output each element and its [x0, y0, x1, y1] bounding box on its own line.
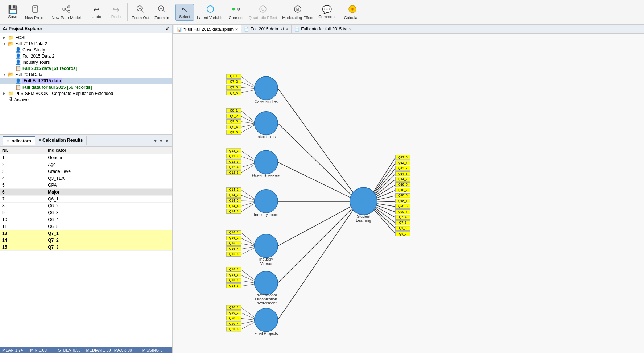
zoom-out-button[interactable]: Zoom Out [129, 3, 152, 21]
table-row[interactable]: 5GPA [0, 182, 172, 189]
expand-icon[interactable]: ⤢ [166, 26, 169, 31]
cell-indicator-name: Q7_1 [46, 230, 172, 237]
table-row[interactable]: 11Q6_5 [0, 223, 172, 230]
ind-q91-label: Q9_1 [230, 109, 238, 112]
table-row[interactable]: 9Q6_3 [0, 209, 172, 216]
tree-item-full-data-fall[interactable]: 📋 Full data for fall 2015 [66 records] [0, 84, 172, 90]
ind-q124-label: Q12_4 [229, 165, 239, 169]
ind-q184-label: Q18_4 [229, 278, 239, 282]
table-row[interactable]: 1Gender [0, 154, 172, 161]
file-tab-fullfall2015txt[interactable]: 📄 Full data for fall 2015.txt ✕ [292, 25, 355, 33]
table-row[interactable]: 7Q6_1 [0, 196, 172, 203]
tree-item-fall2015data2[interactable]: ▼ 📂 Fall 2015 Data 2 [0, 41, 172, 47]
latent-variable-button[interactable]: Latent Variable [195, 3, 226, 21]
table-row[interactable]: 2Age [0, 161, 172, 168]
arrow-q161 [241, 233, 255, 244]
ind-q71-label: Q7_1 [230, 74, 238, 78]
connect-icon [232, 5, 240, 15]
folder-icon2: 📁 [8, 91, 14, 96]
path-guest-speakers [278, 162, 354, 199]
sep1 [85, 3, 85, 21]
label-final-projects: Final Projects [254, 331, 278, 336]
arrow-q96 [241, 125, 255, 132]
filter-icon1[interactable]: ▼ [153, 138, 158, 144]
calculate-button[interactable]: Calculate [342, 3, 363, 21]
table-row[interactable]: 10Q6_4 [0, 216, 172, 223]
new-project-button[interactable]: New Project [23, 3, 49, 21]
project-explorer: 🗂 Project Explorer ⤢ ▶ 📁 ECSI ▼ 📂 [0, 25, 172, 135]
path-model-canvas[interactable]: Q7_1 Q7_2 Q7_3 Q7_5 Q9_1 Q9_2 [173, 34, 644, 353]
zoom-in-button[interactable]: Zoom In [152, 3, 171, 21]
ind-q201-label: Q20_1 [229, 306, 239, 309]
tab-calc-results[interactable]: ≡ Calculation Results [35, 136, 87, 145]
expand-fall2015[interactable]: ▼ [3, 42, 8, 46]
file-tab-splsm[interactable]: 📊 *Full Fall 2015 data.splsm ✕ [174, 25, 241, 33]
table-row[interactable]: 6Major [0, 189, 172, 196]
expand-fall2015data[interactable]: ▼ [3, 72, 8, 76]
table-row[interactable]: 15Q7_3 [0, 244, 172, 251]
filter-icon2[interactable]: ▼ [158, 138, 164, 144]
tree-item-case-study[interactable]: 👤 Case Study [0, 47, 172, 53]
quadratic-effect-button[interactable]: Q Quadratic Effect [246, 3, 279, 21]
tree-item-ecsi[interactable]: ▶ 📁 ECSI [0, 34, 172, 41]
file-tab-fall2015txt[interactable]: 📄 Fall 2015 data.txt ✕ [241, 25, 292, 33]
fall2015data2b-label: Fall 2015 Data 2 [22, 54, 54, 59]
splsm-close[interactable]: ✕ [235, 28, 238, 32]
construct-guest-speakers[interactable] [255, 150, 278, 174]
construct-internships[interactable] [255, 112, 278, 135]
construct-industry-videos[interactable] [255, 234, 278, 257]
sep4 [340, 3, 340, 21]
ind-q75-label: Q7_5 [230, 91, 238, 95]
arrow-q75 [241, 90, 255, 93]
fullfall2015txt-close[interactable]: ✕ [349, 27, 352, 31]
stdev-value: 0.96 [73, 348, 80, 352]
canvas-area[interactable]: Q7_1 Q7_2 Q7_3 Q7_5 Q9_1 Q9_2 [173, 34, 644, 353]
construct-case-studies[interactable] [255, 76, 278, 100]
table-row[interactable]: 13Q7_1 [0, 230, 172, 237]
stats-bar: MEAN 1.74 MIN 1.00 STDEV 0.96 MEDIAN 1.0… [0, 347, 172, 353]
tree-item-full-fall-2015[interactable]: 👤 Full Fall 2015 data [0, 78, 172, 84]
tree-item-fall2015data[interactable]: ▼ 📂 Fall 2015Data [0, 71, 172, 78]
construct-industry-tours[interactable] [255, 190, 278, 213]
ecsi-label: ECSI [15, 35, 25, 40]
construct-student-learning[interactable] [350, 187, 377, 215]
redo-button[interactable]: ↪ Redo [107, 4, 125, 20]
moderating-effect-button[interactable]: M Moderating Effect [280, 3, 315, 21]
calc-tab-icon: ≡ [39, 138, 41, 143]
undo-button[interactable]: ↩ Undo [87, 4, 106, 20]
project-explorer-title: Project Explorer [9, 26, 42, 31]
tree-item-fall2015data2b[interactable]: 👤 Fall 2015 Data 2 [0, 53, 172, 59]
data-file-icon2: 📋 [15, 84, 21, 90]
table-row[interactable]: 3Grade Level [0, 168, 172, 175]
path-case-studies [278, 88, 354, 193]
comment-button[interactable]: 💬 Comment [316, 4, 338, 20]
moderating-effect-icon: M [293, 5, 302, 15]
new-path-model-button[interactable]: New Path Model [49, 3, 83, 21]
tree-item-fall2015rec[interactable]: 📋 Fall 2015 data [61 records] [0, 65, 172, 71]
bottom-panel-header: ≡ Indicators ≡ Calculation Results ▼ ▼ ▼ [0, 135, 172, 147]
tree-item-archive[interactable]: 🗄 Archive [0, 96, 172, 103]
label-internships: Internships [257, 134, 276, 139]
svg-point-3 [63, 8, 65, 10]
filter-icon3[interactable]: ▼ [164, 138, 169, 144]
table-row[interactable]: 14Q7_2 [0, 237, 172, 244]
fullfall2015txt-label: Full data for fall 2015.txt [301, 26, 347, 32]
project-explorer-header: 🗂 Project Explorer ⤢ [0, 25, 172, 33]
table-row[interactable]: 8Q6_2 [0, 203, 172, 209]
folder-open-icon: 📂 [8, 41, 14, 46]
tree-item-pls-sem[interactable]: ▶ 📁 PLS-SEM BOOK - Corporate Reputation … [0, 90, 172, 96]
construct-prof-org[interactable] [255, 271, 278, 294]
construct-final-projects[interactable] [255, 308, 278, 331]
ind-q144-label: Q14_4 [229, 204, 239, 208]
table-row[interactable]: 4Q3_TEXT [0, 175, 172, 182]
tree-item-industry-tours[interactable]: 👤 Industry Tours [0, 59, 172, 65]
select-button[interactable]: ↖ Select [175, 4, 194, 21]
expand-pls[interactable]: ▶ [3, 91, 8, 95]
connect-button[interactable]: Connect [226, 3, 245, 21]
fall2015txt-close[interactable]: ✕ [285, 27, 288, 31]
tab-indicators[interactable]: ≡ Indicators [3, 136, 35, 145]
expand-ecsi[interactable]: ▶ [3, 36, 8, 40]
arrow-q94 [241, 124, 255, 127]
save-button[interactable]: 💾 Save [3, 4, 22, 20]
ind-q181-label: Q18_1 [229, 267, 239, 271]
